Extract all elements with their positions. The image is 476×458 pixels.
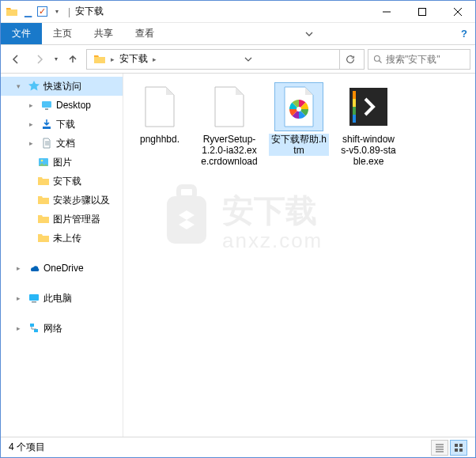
sidebar-item-label: 快速访问 — [43, 80, 81, 93]
svg-rect-15 — [353, 99, 356, 107]
chevron-right-icon[interactable]: ▸ — [29, 101, 37, 109]
sidebar-item-downloads[interactable]: ▸ 下载 — [1, 115, 123, 134]
status-bar: 4 个项目 — [1, 437, 475, 457]
search-input[interactable] — [386, 54, 465, 65]
sidebar-item-label: 图片 — [53, 156, 72, 169]
sidebar-item-label: 安下载 — [53, 175, 81, 188]
navigation-bar: ▾ ▸ 安下载 ▸ — [1, 45, 475, 74]
tab-home[interactable]: 主页 — [42, 23, 83, 44]
minimize-button[interactable] — [368, 1, 404, 23]
nav-history-dropdown-icon[interactable]: ▾ — [53, 55, 59, 62]
svg-point-1 — [375, 55, 380, 61]
nav-forward-button[interactable] — [29, 49, 50, 70]
chevron-down-icon[interactable]: ▾ — [17, 82, 25, 90]
network-icon — [28, 322, 40, 335]
sidebar-this-pc[interactable]: ▸ 此电脑 — [1, 289, 123, 308]
search-box[interactable] — [368, 49, 470, 70]
pc-icon — [28, 292, 40, 305]
folder-icon — [37, 175, 50, 187]
file-item[interactable]: pnghhbd. — [130, 83, 190, 145]
exe-file-icon — [345, 83, 392, 131]
tab-file[interactable]: 文件 — [1, 23, 42, 44]
sidebar-item-pictures[interactable]: 图片 — [1, 153, 123, 172]
close-button[interactable] — [440, 1, 475, 23]
svg-rect-17 — [353, 115, 356, 123]
folder-icon — [37, 213, 50, 225]
sidebar-item-label: 此电脑 — [43, 292, 72, 305]
svg-rect-7 — [29, 294, 39, 301]
desktop-icon — [40, 99, 53, 112]
sidebar-network[interactable]: ▸ 网络 — [1, 319, 123, 338]
documents-icon — [40, 137, 53, 150]
svg-point-11 — [297, 107, 301, 112]
chevron-right-icon[interactable]: ▸ — [29, 120, 37, 128]
breadcrumb-segment[interactable]: 安下载 — [116, 52, 151, 66]
sidebar-item-label: 文档 — [56, 137, 75, 150]
sidebar-onedrive[interactable]: ▸ OneDrive — [1, 259, 123, 278]
sidebar-item-label: 下载 — [56, 118, 75, 131]
file-item[interactable]: 安下载帮助.htm — [269, 83, 329, 156]
svg-rect-9 — [30, 324, 34, 327]
tab-view[interactable]: 查看 — [124, 23, 165, 44]
sidebar-item-folder[interactable]: 安装步骤以及 — [1, 191, 123, 210]
search-icon — [373, 55, 383, 64]
file-icon — [136, 83, 183, 131]
chevron-right-icon[interactable]: ▸ — [17, 264, 25, 272]
file-icon — [206, 83, 253, 131]
svg-rect-18 — [179, 187, 195, 198]
ribbon-tabs: 文件 主页 共享 查看 ? — [1, 23, 475, 45]
ribbon-expand-icon[interactable] — [297, 23, 321, 44]
sidebar-item-folder[interactable]: 未上传 — [1, 229, 123, 248]
svg-rect-21 — [455, 449, 458, 452]
ribbon-help-icon[interactable]: ? — [453, 23, 475, 44]
svg-rect-0 — [418, 8, 425, 15]
nav-dropdown-icon[interactable] — [240, 50, 257, 69]
sidebar-item-desktop[interactable]: ▸ Desktop — [1, 96, 123, 115]
file-item[interactable]: RyverSetup-1.2.0-ia32.exe.crdownload — [199, 83, 259, 167]
view-icons-button[interactable] — [450, 440, 467, 456]
chevron-right-icon[interactable]: ▸ — [29, 139, 37, 147]
svg-rect-2 — [42, 101, 51, 108]
chevron-right-icon[interactable]: ▸ — [17, 324, 25, 332]
chevron-right-icon[interactable]: ▸ — [17, 294, 25, 302]
folder-icon — [37, 232, 50, 244]
sidebar-item-label: Desktop — [56, 100, 91, 111]
breadcrumb[interactable]: ▸ 安下载 ▸ — [86, 49, 365, 70]
folder-icon — [37, 194, 50, 206]
htm-file-icon — [275, 83, 323, 131]
sidebar-item-folder[interactable]: 图片管理器 — [1, 210, 123, 229]
status-item-count: 4 个项目 — [9, 441, 45, 454]
maximize-button[interactable] — [404, 1, 440, 23]
checkbox-icon[interactable]: ✓ — [37, 6, 47, 17]
title-bar: ▁ ✓ ▾ | 安下载 — [1, 1, 475, 23]
chevron-right-icon[interactable]: ▸ — [111, 55, 115, 63]
svg-point-6 — [41, 160, 43, 162]
file-name: 安下载帮助.htm — [269, 134, 329, 156]
nav-back-button[interactable] — [6, 49, 26, 70]
folder-icon — [90, 53, 109, 66]
sidebar-item-label: 图片管理器 — [53, 213, 100, 226]
sidebar-quick-access[interactable]: ▾ 快速访问 — [1, 77, 123, 96]
svg-rect-3 — [45, 108, 48, 110]
svg-rect-14 — [353, 91, 356, 99]
main-area: ▾ 快速访问 ▸ Desktop ▸ 下载 ▸ 文档 图片 安下载 — [1, 74, 475, 437]
tab-share[interactable]: 共享 — [83, 23, 124, 44]
properties-icon[interactable]: ▁ — [21, 6, 34, 18]
qat-dropdown-icon[interactable]: ▾ — [51, 6, 63, 18]
chevron-right-icon[interactable]: ▸ — [153, 55, 157, 63]
view-details-button[interactable] — [431, 440, 448, 456]
file-item[interactable]: shift-windows-v5.0.89-stable.exe — [338, 83, 399, 167]
folder-icon — [6, 6, 18, 18]
sidebar-item-documents[interactable]: ▸ 文档 — [1, 134, 123, 153]
nav-up-button[interactable] — [62, 49, 83, 70]
svg-rect-8 — [32, 301, 36, 303]
pictures-icon — [37, 156, 50, 168]
svg-rect-22 — [459, 449, 463, 452]
navigation-pane: ▾ 快速访问 ▸ Desktop ▸ 下载 ▸ 文档 图片 安下载 — [1, 74, 123, 437]
refresh-button[interactable] — [339, 50, 361, 69]
sidebar-item-folder[interactable]: 安下载 — [1, 172, 123, 191]
file-name: shift-windows-v5.0.89-stable.exe — [338, 134, 399, 167]
file-list-area[interactable]: pnghhbd. RyverSetup-1.2.0-ia32.exe.crdow… — [123, 74, 475, 437]
watermark-text1: 安下载 — [222, 193, 317, 228]
quick-access-toolbar: ▁ ✓ ▾ — [1, 6, 63, 18]
